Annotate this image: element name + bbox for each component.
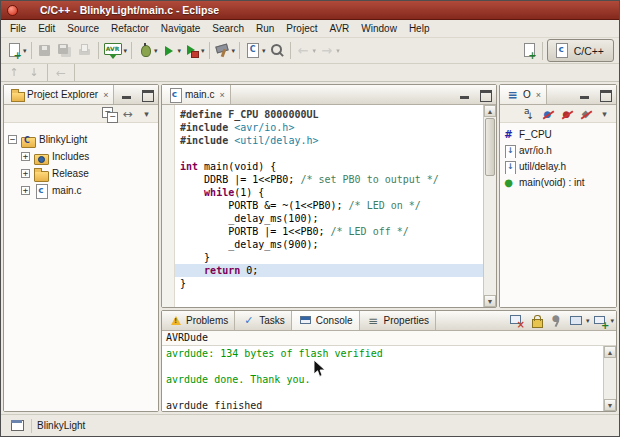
new-c-source-button[interactable]: ▾ xyxy=(243,40,267,62)
maximize-button[interactable] xyxy=(138,87,157,103)
workbench-area: Project Explorer × −BlinkyLight+Includes… xyxy=(1,82,619,414)
fast-view-icon[interactable] xyxy=(9,417,26,434)
menu-item-window[interactable]: Window xyxy=(355,22,403,35)
editor-scrollbar[interactable]: ▲ ▼ xyxy=(483,105,496,307)
menu-item-help[interactable]: Help xyxy=(403,22,436,35)
dropdown-arrow-icon[interactable]: ▾ xyxy=(586,317,590,325)
scroll-down-icon[interactable]: ▼ xyxy=(484,295,496,307)
search-button[interactable] xyxy=(267,40,287,62)
pin-icon xyxy=(548,312,565,329)
dropdown-arrow-icon[interactable]: ▾ xyxy=(313,47,317,55)
perspective-cpp-button[interactable]: C/C++ xyxy=(547,39,614,62)
minimize-button[interactable] xyxy=(118,87,137,103)
dropdown-arrow-icon[interactable]: ▾ xyxy=(154,47,158,55)
tree-toggle-icon[interactable]: − xyxy=(8,135,17,144)
tree-item-main-c[interactable]: +main.c xyxy=(4,182,158,199)
menu-item-project[interactable]: Project xyxy=(280,22,323,35)
tree-item-label: BlinkyLight xyxy=(39,134,87,145)
toolbar-separator xyxy=(239,42,240,59)
tab-outline[interactable]: O × xyxy=(500,85,547,104)
avr-upload-button[interactable]: AVR▾ xyxy=(102,40,129,62)
avr-chip-icon: AVR xyxy=(103,42,123,59)
close-icon[interactable]: × xyxy=(103,90,108,100)
tab-console[interactable]: Console xyxy=(292,311,360,330)
code-line: #include <avr/io.h> xyxy=(175,121,483,134)
tab-properties[interactable]: Properties xyxy=(360,311,437,330)
close-icon[interactable]: × xyxy=(536,90,541,100)
new-wizard-button[interactable]: ▾ xyxy=(4,40,28,62)
outline-item[interactable]: F_CPU xyxy=(501,126,615,142)
external-tools-button[interactable]: ▾ xyxy=(182,40,206,62)
console-output[interactable]: avrdude: 134 bytes of flash verified avr… xyxy=(162,346,603,411)
clear-console-button[interactable] xyxy=(507,313,526,329)
outline-view-menu-button[interactable] xyxy=(596,106,613,122)
menu-item-run[interactable]: Run xyxy=(250,22,280,35)
scroll-up-icon[interactable]: ▲ xyxy=(484,105,496,117)
scroll-up-icon[interactable]: ▲ xyxy=(604,346,616,358)
minimize-button[interactable] xyxy=(576,87,595,103)
tree-item-blinkylight[interactable]: −BlinkyLight xyxy=(4,131,158,148)
menu-item-navigate[interactable]: Navigate xyxy=(155,22,206,35)
hide-non-public-button[interactable] xyxy=(577,106,594,122)
scrollbar-track[interactable] xyxy=(604,358,616,399)
build-all-button[interactable]: ▾ xyxy=(213,40,237,62)
menu-item-file[interactable]: File xyxy=(4,22,32,35)
dropdown-arrow-icon[interactable]: ▾ xyxy=(178,47,182,55)
code-area[interactable]: #define F_CPU 8000000UL#include <avr/io.… xyxy=(175,105,483,307)
dropdown-arrow-icon[interactable]: ▾ xyxy=(124,47,128,55)
tree-item-label: Includes xyxy=(52,151,89,162)
tree-item-includes[interactable]: +Includes xyxy=(4,148,158,165)
link-with-editor-button[interactable] xyxy=(119,106,136,122)
tab-tasks[interactable]: Tasks xyxy=(235,311,292,330)
console-scrollbar[interactable]: ▲ ▼ xyxy=(603,346,616,411)
dropdown-arrow-icon[interactable]: ▾ xyxy=(201,47,205,55)
title-bar[interactable]: C/C++ - BlinkyLight/main.c - Eclipse xyxy=(1,1,619,20)
maximize-button[interactable] xyxy=(596,87,615,103)
hide-fields-icon xyxy=(540,106,555,121)
tab-problems[interactable]: Problems xyxy=(162,311,235,330)
open-console-button[interactable]: ▾ xyxy=(591,313,615,329)
scrollbar-thumb[interactable] xyxy=(485,118,495,176)
outline-item[interactable]: main(void) : int xyxy=(501,174,615,190)
project-explorer-header-buttons xyxy=(118,85,158,104)
hide-fields-button[interactable] xyxy=(539,106,556,122)
tree-item-release[interactable]: +Release xyxy=(4,165,158,182)
open-perspective-button[interactable] xyxy=(519,43,538,59)
menu-item-source[interactable]: Source xyxy=(61,22,105,35)
display-selected-console-button[interactable]: ▾ xyxy=(567,313,591,329)
sort-button[interactable] xyxy=(520,106,537,122)
dropdown-arrow-icon[interactable]: ▾ xyxy=(232,47,236,55)
menu-item-edit[interactable]: Edit xyxy=(32,22,61,35)
toolbar-row1-icons: ▾AVR▾▾▾▾▾▾▾▾ xyxy=(4,40,341,62)
menu-item-avr[interactable]: AVR xyxy=(323,22,355,35)
window-close-button[interactable] xyxy=(7,5,18,16)
console-line xyxy=(166,386,599,399)
view-menu-button[interactable] xyxy=(138,106,155,122)
scroll-down-icon[interactable]: ▼ xyxy=(604,399,616,411)
tree-toggle-icon[interactable]: + xyxy=(21,169,30,178)
scroll-lock-button[interactable] xyxy=(527,313,546,329)
open-perspective-icon xyxy=(520,42,537,59)
run-button[interactable]: ▾ xyxy=(159,40,183,62)
outline-item[interactable]: util/delay.h xyxy=(501,158,615,174)
tab-project-explorer[interactable]: Project Explorer × xyxy=(4,85,114,104)
minimize-button[interactable] xyxy=(456,87,475,103)
close-icon[interactable]: × xyxy=(219,90,224,100)
dropdown-arrow-icon[interactable]: ▾ xyxy=(262,47,266,55)
menu-item-refactor[interactable]: Refactor xyxy=(105,22,155,35)
menu-item-search[interactable]: Search xyxy=(206,22,250,35)
dropdown-arrow-icon[interactable]: ▾ xyxy=(336,47,340,55)
maximize-button[interactable] xyxy=(476,87,495,103)
tree-toggle-icon[interactable]: + xyxy=(21,152,30,161)
tree-toggle-icon[interactable]: + xyxy=(21,186,30,195)
collapse-all-button[interactable] xyxy=(100,106,117,122)
debug-button[interactable]: ▾ xyxy=(135,40,159,62)
hide-static-button[interactable] xyxy=(558,106,575,122)
scrollbar-track[interactable] xyxy=(484,177,496,295)
c-file-icon xyxy=(167,87,182,102)
pin-console-button[interactable] xyxy=(547,313,566,329)
outline-item[interactable]: avr/io.h xyxy=(501,142,615,158)
dropdown-arrow-icon[interactable]: ▾ xyxy=(610,317,614,325)
tab-main-c[interactable]: main.c × xyxy=(162,85,231,104)
dropdown-arrow-icon[interactable]: ▾ xyxy=(23,47,27,55)
